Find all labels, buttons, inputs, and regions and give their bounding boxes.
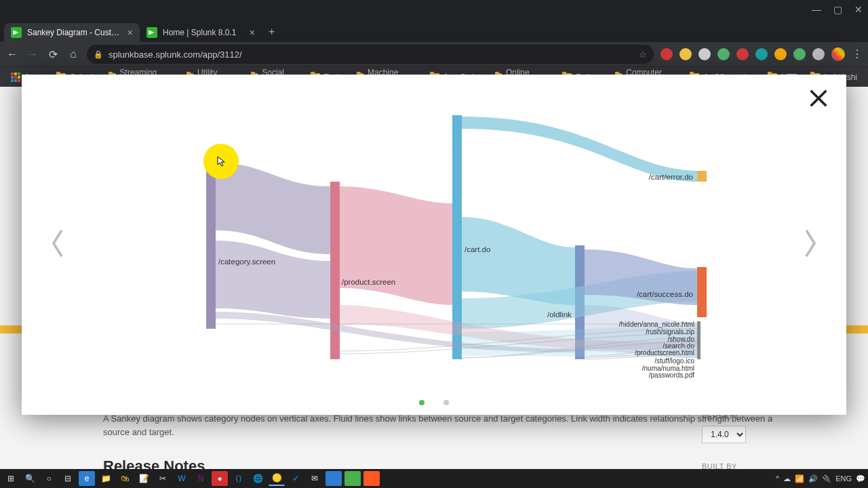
system-tray[interactable]: ^ ☁ 📶 🔊 🔌 ENG 💬: [776, 474, 865, 483]
taskbar-chrome[interactable]: 🟡: [269, 471, 285, 486]
slide-dot-active[interactable]: [419, 400, 425, 405]
small-target-label: /rush/signals.zip: [646, 328, 694, 336]
tray-icon[interactable]: ENG: [835, 474, 852, 483]
tray-icon[interactable]: 📶: [795, 474, 804, 483]
taskbar-app[interactable]: W: [174, 471, 190, 486]
screenshot-lightbox: /category.screen /product.screen /cart.d…: [22, 75, 846, 415]
cursor-icon: [216, 155, 226, 167]
browser-tab-active[interactable]: Sankey Diagram - Custom Visual ×: [4, 23, 140, 42]
link-category-product: [216, 163, 330, 254]
close-lightbox-button[interactable]: [807, 87, 830, 113]
forward-button[interactable]: →: [26, 48, 39, 60]
taskbar-app[interactable]: ✂: [155, 471, 171, 486]
new-tab-button[interactable]: +: [262, 22, 281, 42]
tab-title: Sankey Diagram - Custom Visual: [27, 28, 122, 37]
tray-icon[interactable]: ^: [776, 474, 779, 483]
profile-avatar[interactable]: [831, 47, 845, 61]
taskbar-app[interactable]: ✉: [307, 471, 323, 486]
extension-icon[interactable]: [755, 48, 768, 60]
node-label: /oldlink: [547, 310, 572, 319]
sidebar-column: VERSION 1.4.0 BUILT BY: [702, 412, 746, 470]
extension-icon[interactable]: [736, 48, 749, 60]
extension-icon[interactable]: [679, 48, 692, 60]
link-cart-error: [462, 117, 697, 182]
apps-icon: [11, 73, 20, 82]
tab-strip: Sankey Diagram - Custom Visual × Home | …: [0, 19, 868, 42]
windows-taskbar: ⊞ 🔍 ○ ⊟ e 📁 🛍 📝 ✂ W N ● ⟨⟩ 🌐 🟡 ✓ ✉ ^ ☁ 📶…: [0, 469, 868, 488]
reload-button[interactable]: ⟳: [46, 48, 60, 61]
page-description: A Sankey diagram shows category nodes on…: [103, 412, 773, 477]
bookmark-star-icon[interactable]: ☆: [639, 49, 647, 60]
url-input[interactable]: 🔒 splunkbase.splunk.com/app/3112/ ☆: [87, 45, 654, 64]
small-target-label: /productscreen.html: [635, 349, 694, 357]
taskbar-app[interactable]: ✓: [288, 471, 304, 486]
taskbar-app[interactable]: e: [79, 471, 95, 486]
start-button[interactable]: ⊞: [3, 471, 19, 486]
window-titlebar: — ▢ ✕: [0, 0, 868, 19]
node-product: [330, 182, 340, 359]
tray-icon[interactable]: 🔌: [822, 474, 831, 483]
small-target-label: /stuff/logo.ico: [654, 357, 694, 365]
close-window-button[interactable]: ✕: [854, 4, 863, 15]
menu-kebab-icon[interactable]: ⋮: [852, 49, 863, 60]
tray-icon[interactable]: 💬: [856, 474, 865, 483]
taskbar-app[interactable]: N: [193, 471, 209, 486]
taskbar-app[interactable]: ⟨⟩: [231, 471, 247, 486]
taskbar-app[interactable]: [363, 471, 380, 486]
slide-dot[interactable]: [443, 400, 449, 405]
extension-icon[interactable]: [812, 48, 825, 60]
node-label: /cart.do: [465, 245, 490, 253]
extension-icon[interactable]: [793, 48, 806, 60]
taskbar-app[interactable]: 📁: [98, 471, 114, 486]
close-icon: [807, 87, 830, 110]
tray-icon[interactable]: 🔊: [808, 474, 818, 483]
address-bar: ← → ⟳ ⌂ 🔒 splunkbase.splunk.com/app/3112…: [0, 42, 868, 66]
prev-slide-button[interactable]: [47, 227, 68, 262]
node-category: [206, 159, 216, 329]
tab-title: Home | Splunk 8.0.1: [163, 28, 244, 37]
node-error: [697, 171, 707, 182]
taskbar-app[interactable]: 🌐: [250, 471, 266, 486]
small-target-label: /hidden/anna_nicole.html: [619, 321, 694, 328]
sankey-diagram: /category.screen /product.screen /cart.d…: [184, 102, 707, 386]
extension-icon[interactable]: [774, 48, 787, 60]
maximize-button[interactable]: ▢: [833, 4, 842, 15]
back-button[interactable]: ←: [5, 48, 19, 60]
extension-icon[interactable]: [717, 48, 730, 60]
extension-icon[interactable]: [660, 48, 673, 60]
tray-icon[interactable]: ☁: [783, 474, 791, 483]
chevron-right-icon: [800, 227, 821, 260]
minimize-button[interactable]: —: [812, 4, 821, 15]
version-select[interactable]: 1.4.0: [702, 426, 746, 443]
slide-pagination: [419, 400, 449, 405]
taskbar-app[interactable]: 📝: [136, 471, 152, 486]
browser-tab[interactable]: Home | Splunk 8.0.1 ×: [140, 23, 262, 42]
close-tab-icon[interactable]: ×: [127, 27, 133, 38]
node-label: /product.screen: [342, 278, 395, 286]
url-text: splunkbase.splunk.com/app/3112/: [108, 49, 633, 60]
sankey-svg: [184, 102, 707, 386]
taskview-button[interactable]: ⊟: [60, 471, 76, 486]
close-tab-icon[interactable]: ×: [250, 27, 255, 38]
node-label: /cart/success.do: [637, 290, 693, 298]
node-small-targets: [697, 321, 701, 359]
node-success: [697, 267, 707, 317]
node-label: /cart/error.do: [649, 173, 693, 181]
node-label: /category.screen: [218, 258, 275, 266]
lock-icon: 🔒: [94, 50, 103, 59]
taskbar-app[interactable]: [344, 471, 361, 486]
splunk-favicon: [11, 27, 22, 38]
chevron-left-icon: [47, 227, 68, 260]
taskbar-app[interactable]: [326, 471, 342, 486]
home-button[interactable]: ⌂: [66, 48, 80, 60]
link-product-cart: [340, 186, 452, 305]
splunk-favicon: [146, 27, 157, 38]
small-target-label: /passwords.pdf: [649, 371, 694, 379]
search-button[interactable]: 🔍: [22, 471, 38, 486]
cortana-button[interactable]: ○: [41, 471, 57, 486]
extension-icon[interactable]: [698, 48, 711, 60]
cursor-highlight: [203, 144, 239, 179]
taskbar-app[interactable]: ●: [212, 471, 228, 486]
taskbar-app[interactable]: 🛍: [117, 471, 133, 486]
next-slide-button[interactable]: [800, 227, 821, 262]
